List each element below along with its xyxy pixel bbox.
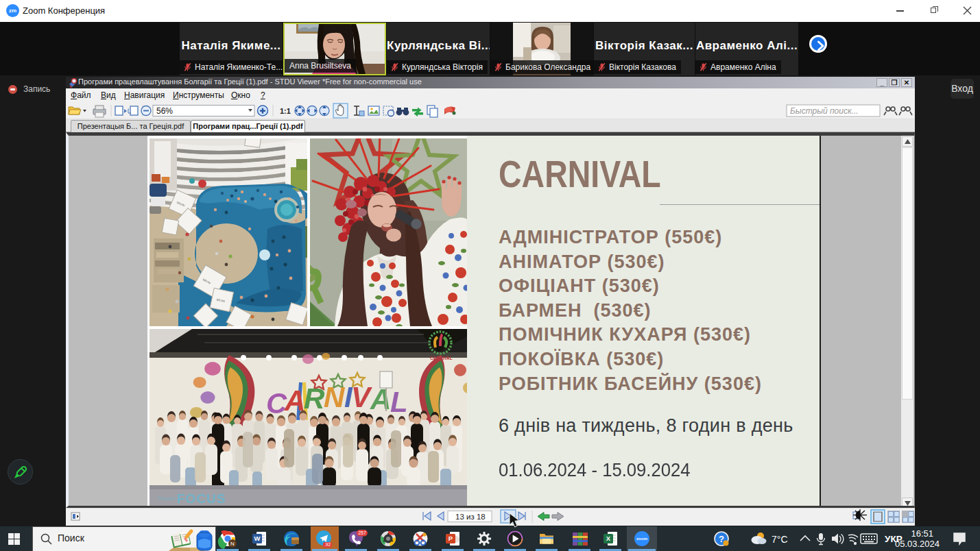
svg-text:16:51: 16:51 [911,528,933,539]
svg-text:1:1: 1:1 [280,107,291,115]
svg-text:R: R [304,382,325,415]
svg-text:N: N [324,381,346,413]
svg-text:N: N [230,541,235,547]
svg-text:PicsArt: PicsArt [158,495,176,502]
svg-text:.92: .92 [324,542,331,547]
svg-text:FOCUS: FOCUS [177,491,226,506]
svg-text:zoom: zoom [636,536,648,541]
svg-text:L: L [390,386,408,418]
svg-text:56%: 56% [156,106,173,116]
svg-text:X: X [606,535,611,542]
svg-text:Быстрый поиск...: Быстрый поиск... [790,106,859,116]
svg-text:257: 257 [358,530,366,535]
svg-text:7°C: 7°C [772,534,788,545]
svg-text:13 из 18: 13 из 18 [455,513,486,521]
svg-text:W: W [254,535,261,542]
svg-text:05.03.2024: 05.03.2024 [895,539,940,549]
svg-text:V: V [351,381,372,413]
svg-text:P: P [449,535,453,542]
